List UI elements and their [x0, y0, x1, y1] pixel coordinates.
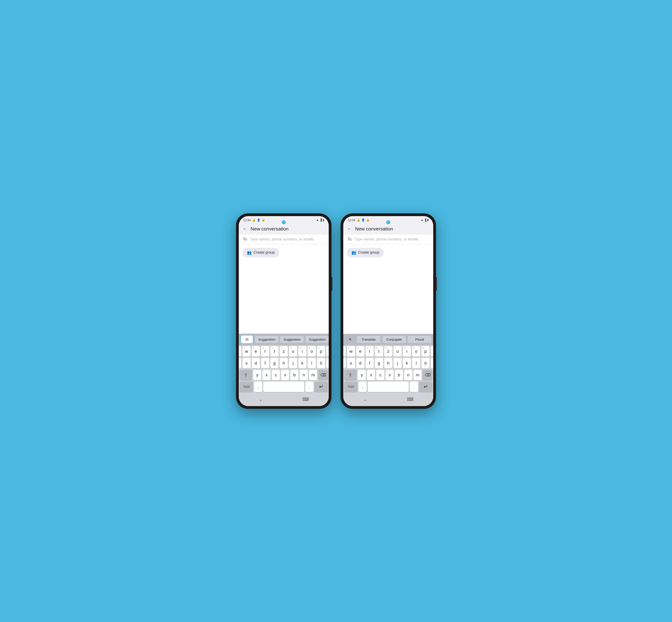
to-field-right[interactable]: To: Type names, phone numbers, or emails: [343, 235, 433, 244]
key-m-right[interactable]: m: [414, 370, 422, 380]
side-button-left: [331, 277, 332, 291]
key-e-left[interactable]: 3e: [252, 346, 260, 356]
key-w-left[interactable]: 2w: [242, 346, 251, 356]
key-q-right[interactable]: 1q: [343, 346, 346, 356]
key-y-left[interactable]: y: [253, 370, 261, 380]
key-t-left[interactable]: 5t: [270, 346, 279, 356]
key-g-right[interactable]: g: [375, 358, 383, 368]
nav-keyboard-left[interactable]: ⌨: [298, 396, 314, 403]
key-c-right[interactable]: c: [376, 370, 384, 380]
key-r-right[interactable]: 4r: [365, 346, 374, 356]
action-plural-right[interactable]: Plural: [408, 336, 431, 343]
key-shift-left[interactable]: ⇧: [240, 370, 252, 380]
key-p-right[interactable]: 0p: [421, 346, 430, 356]
action-translate-right[interactable]: Translate: [357, 336, 381, 343]
nav-back-right[interactable]: ⌄: [359, 396, 372, 403]
toolbar-tag-button-left[interactable]: ⊟: [241, 335, 253, 344]
battery-icon-right: ▮: [427, 218, 429, 221]
phone-right-inner: 12:34 🔔 👤 🔒 ▲ ▐ ▮ ← New conversation To:: [343, 216, 433, 406]
key-period-right[interactable]: .: [410, 382, 418, 392]
key-m-left[interactable]: m: [309, 370, 317, 380]
key-f-right[interactable]: f: [365, 358, 374, 368]
key-num-right[interactable]: ?123: [344, 382, 357, 392]
key-j-right[interactable]: j: [393, 358, 402, 368]
key-f-left[interactable]: f: [261, 358, 269, 368]
back-button-left[interactable]: ←: [242, 226, 247, 232]
key-y-right[interactable]: y: [358, 370, 366, 380]
key-oe-left[interactable]: ö: [317, 358, 325, 368]
key-e-right[interactable]: 3e: [356, 346, 364, 356]
key-u-right[interactable]: 7u: [393, 346, 402, 356]
create-group-button-left[interactable]: 👥 Create group: [242, 248, 279, 257]
nav-back-left[interactable]: ⌄: [254, 396, 267, 403]
key-i-right[interactable]: 8i: [403, 346, 411, 356]
key-o-right[interactable]: 9o: [412, 346, 420, 356]
tag-icon-left: ⊟: [245, 337, 249, 342]
key-b-right[interactable]: b: [395, 370, 403, 380]
key-p-left[interactable]: 0p: [317, 346, 325, 356]
keyboard-right: ✕ Translate Conjugate Plural 1q 2w 3e 4r…: [343, 334, 433, 406]
key-ae-right[interactable]: ä: [431, 358, 433, 368]
key-v-right[interactable]: v: [386, 370, 394, 380]
key-c-left[interactable]: c: [272, 370, 280, 380]
key-enter-left[interactable]: ↵: [315, 382, 328, 392]
key-comma-right[interactable]: ,: [358, 382, 367, 392]
toolbar-close-button-right[interactable]: ✕: [345, 336, 355, 343]
alarm-icon-right: 🔔: [357, 218, 360, 221]
key-j-left[interactable]: j: [289, 358, 297, 368]
key-n-left[interactable]: n: [299, 370, 308, 380]
key-k-right[interactable]: k: [403, 358, 411, 368]
key-comma-left[interactable]: ,: [254, 382, 262, 392]
key-k-left[interactable]: k: [298, 358, 307, 368]
key-oe-right[interactable]: ö: [421, 358, 430, 368]
key-h-right[interactable]: h: [384, 358, 392, 368]
key-space-right[interactable]: [368, 382, 409, 392]
create-group-button-right[interactable]: 👥 Create group: [347, 248, 384, 257]
key-a-right[interactable]: a: [343, 358, 346, 368]
key-x-right[interactable]: x: [367, 370, 375, 380]
key-n-right[interactable]: n: [404, 370, 412, 380]
key-ue-right[interactable]: ü: [431, 346, 433, 356]
key-enter-right[interactable]: ↵: [419, 382, 432, 392]
to-field-left[interactable]: To: Type names, phone numbers, or emails: [239, 235, 329, 244]
key-b-left[interactable]: b: [290, 370, 298, 380]
key-w-right[interactable]: 2w: [347, 346, 355, 356]
key-u-left[interactable]: 7u: [289, 346, 297, 356]
key-num-left[interactable]: ?123: [240, 382, 253, 392]
key-a-left[interactable]: a: [239, 358, 241, 368]
key-g-left[interactable]: g: [270, 358, 279, 368]
key-d-right[interactable]: d: [356, 358, 364, 368]
key-z-left[interactable]: 6z: [280, 346, 288, 356]
key-z-right[interactable]: 6z: [384, 346, 392, 356]
key-shift-right[interactable]: ⇧: [344, 370, 356, 380]
key-space-left[interactable]: [263, 382, 304, 392]
key-s-left[interactable]: s: [242, 358, 251, 368]
suggestion-1-left[interactable]: Suggestion: [255, 336, 279, 343]
key-backspace-right[interactable]: ⌫: [423, 370, 432, 380]
action-conjugate-right[interactable]: Conjugate: [382, 336, 406, 343]
key-l-left[interactable]: l: [308, 358, 316, 368]
key-r-left[interactable]: 4r: [261, 346, 269, 356]
status-icons-right-left: ▲ ▐ ▮: [316, 218, 324, 221]
key-ae-left[interactable]: ä: [326, 358, 329, 368]
key-d-left[interactable]: d: [252, 358, 260, 368]
key-h-left[interactable]: h: [280, 358, 288, 368]
key-x-left[interactable]: x: [262, 370, 271, 380]
back-button-right[interactable]: ←: [347, 226, 352, 232]
signal-icon-right: ▐: [424, 218, 426, 221]
create-group-label-left: Create group: [253, 250, 275, 254]
key-backspace-left[interactable]: ⌫: [318, 370, 328, 380]
nav-keyboard-right[interactable]: ⌨: [402, 396, 418, 403]
key-s-right[interactable]: s: [347, 358, 355, 368]
key-t-right[interactable]: 5t: [375, 346, 383, 356]
suggestion-3-left[interactable]: Suggestion: [306, 336, 329, 343]
key-period-left[interactable]: .: [305, 382, 314, 392]
key-row-3-right: ⇧ y x c v b n m ⌫: [344, 370, 432, 380]
suggestion-2-left[interactable]: Suggestion: [280, 336, 304, 343]
key-o-left[interactable]: 9o: [308, 346, 316, 356]
key-q-left[interactable]: 1q: [239, 346, 241, 356]
key-l-right[interactable]: l: [412, 358, 420, 368]
key-i-left[interactable]: 8i: [298, 346, 307, 356]
key-ue-left[interactable]: ü: [326, 346, 329, 356]
key-v-left[interactable]: v: [281, 370, 289, 380]
